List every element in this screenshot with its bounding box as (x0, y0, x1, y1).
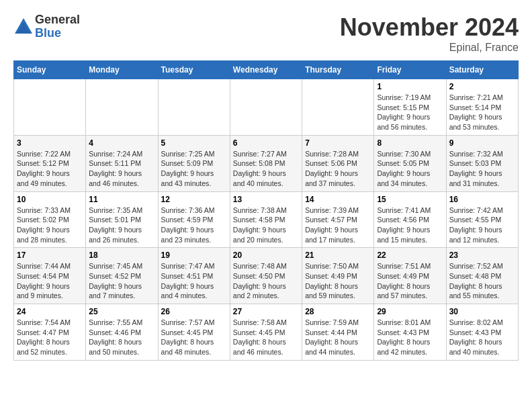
day-info: Sunrise: 7:39 AMSunset: 4:57 PMDaylight:… (305, 205, 371, 245)
day-number: 5 (161, 138, 227, 148)
day-info: Sunrise: 7:44 AMSunset: 4:54 PMDaylight:… (17, 261, 83, 301)
calendar-cell: 14Sunrise: 7:39 AMSunset: 4:57 PMDayligh… (302, 191, 374, 248)
day-info: Sunrise: 7:50 AMSunset: 4:49 PMDaylight:… (305, 261, 371, 301)
calendar-cell (230, 79, 302, 136)
calendar-cell: 15Sunrise: 7:41 AMSunset: 4:56 PMDayligh… (374, 191, 446, 248)
day-number: 12 (161, 195, 227, 204)
month-title: November 2024 (340, 13, 519, 42)
day-info: Sunrise: 7:59 AMSunset: 4:44 PMDaylight:… (305, 318, 371, 357)
day-info: Sunrise: 7:45 AMSunset: 4:52 PMDaylight:… (89, 261, 154, 301)
day-info: Sunrise: 7:54 AMSunset: 4:47 PMDaylight:… (17, 318, 83, 357)
day-info: Sunrise: 7:36 AMSunset: 4:59 PMDaylight:… (161, 205, 227, 245)
calendar-cell: 30Sunrise: 8:02 AMSunset: 4:43 PMDayligh… (446, 304, 518, 361)
calendar-cell: 18Sunrise: 7:45 AMSunset: 4:52 PMDayligh… (86, 248, 158, 304)
calendar-week-row: 1Sunrise: 7:19 AMSunset: 5:15 PMDaylight… (14, 79, 519, 136)
calendar-cell (14, 79, 86, 136)
day-of-week-header: Saturday (446, 61, 518, 79)
logo-icon (13, 17, 34, 37)
day-of-week-header: Wednesday (230, 61, 302, 79)
calendar-cell: 24Sunrise: 7:54 AMSunset: 4:47 PMDayligh… (14, 304, 86, 361)
logo-blue-text: Blue (35, 27, 80, 40)
calendar-week-row: 17Sunrise: 7:44 AMSunset: 4:54 PMDayligh… (14, 248, 519, 304)
calendar-cell (158, 79, 230, 136)
day-number: 1 (377, 82, 443, 91)
calendar-cell: 2Sunrise: 7:21 AMSunset: 5:14 PMDaylight… (446, 79, 518, 136)
calendar-cell: 5Sunrise: 7:25 AMSunset: 5:09 PMDaylight… (158, 135, 230, 191)
day-of-week-header: Friday (374, 61, 446, 79)
day-info: Sunrise: 7:41 AMSunset: 4:56 PMDaylight:… (377, 205, 443, 245)
day-info: Sunrise: 7:42 AMSunset: 4:55 PMDaylight:… (449, 205, 515, 245)
calendar-cell: 10Sunrise: 7:33 AMSunset: 5:02 PMDayligh… (14, 191, 86, 248)
day-number: 25 (89, 307, 154, 316)
day-info: Sunrise: 7:24 AMSunset: 5:11 PMDaylight:… (89, 149, 154, 189)
day-info: Sunrise: 7:35 AMSunset: 5:01 PMDaylight:… (89, 205, 154, 245)
day-info: Sunrise: 7:48 AMSunset: 4:50 PMDaylight:… (233, 261, 299, 301)
page-header: General Blue November 2024 Epinal, Franc… (13, 13, 519, 54)
calendar-cell: 26Sunrise: 7:57 AMSunset: 4:45 PMDayligh… (158, 304, 230, 361)
day-info: Sunrise: 7:19 AMSunset: 5:15 PMDaylight:… (377, 93, 443, 132)
day-info: Sunrise: 7:58 AMSunset: 4:45 PMDaylight:… (233, 318, 299, 357)
day-number: 16 (449, 195, 515, 204)
day-number: 17 (17, 250, 83, 260)
calendar-cell: 27Sunrise: 7:58 AMSunset: 4:45 PMDayligh… (230, 304, 302, 361)
title-block: November 2024 Epinal, France (340, 13, 519, 54)
day-number: 23 (449, 250, 515, 260)
calendar-cell: 25Sunrise: 7:55 AMSunset: 4:46 PMDayligh… (86, 304, 158, 361)
day-info: Sunrise: 7:32 AMSunset: 5:03 PMDaylight:… (449, 149, 515, 189)
day-info: Sunrise: 7:30 AMSunset: 5:05 PMDaylight:… (377, 149, 443, 189)
day-info: Sunrise: 8:01 AMSunset: 4:43 PMDaylight:… (377, 318, 443, 357)
day-of-week-header: Sunday (14, 61, 86, 79)
calendar-cell: 17Sunrise: 7:44 AMSunset: 4:54 PMDayligh… (14, 248, 86, 304)
day-number: 3 (17, 138, 83, 148)
day-info: Sunrise: 7:47 AMSunset: 4:51 PMDaylight:… (161, 261, 227, 301)
calendar-cell: 28Sunrise: 7:59 AMSunset: 4:44 PMDayligh… (302, 304, 374, 361)
day-info: Sunrise: 7:52 AMSunset: 4:48 PMDaylight:… (449, 261, 515, 301)
calendar-cell: 16Sunrise: 7:42 AMSunset: 4:55 PMDayligh… (446, 191, 518, 248)
day-of-week-header: Tuesday (158, 61, 230, 79)
day-number: 4 (89, 138, 154, 148)
day-number: 21 (305, 250, 371, 260)
calendar-cell: 19Sunrise: 7:47 AMSunset: 4:51 PMDayligh… (158, 248, 230, 304)
day-number: 24 (17, 307, 83, 316)
calendar-cell: 21Sunrise: 7:50 AMSunset: 4:49 PMDayligh… (302, 248, 374, 304)
day-info: Sunrise: 7:25 AMSunset: 5:09 PMDaylight:… (161, 149, 227, 189)
day-number: 14 (305, 195, 371, 204)
calendar-cell: 13Sunrise: 7:38 AMSunset: 4:58 PMDayligh… (230, 191, 302, 248)
day-number: 28 (305, 307, 371, 316)
location-text: Epinal, France (340, 42, 519, 54)
day-number: 8 (377, 138, 443, 148)
day-number: 18 (89, 250, 154, 260)
day-number: 10 (17, 195, 83, 204)
day-number: 11 (89, 195, 154, 204)
calendar-cell: 23Sunrise: 7:52 AMSunset: 4:48 PMDayligh… (446, 248, 518, 304)
calendar-cell: 8Sunrise: 7:30 AMSunset: 5:05 PMDaylight… (374, 135, 446, 191)
day-number: 13 (233, 195, 299, 204)
day-number: 26 (161, 307, 227, 316)
calendar-cell: 11Sunrise: 7:35 AMSunset: 5:01 PMDayligh… (86, 191, 158, 248)
day-info: Sunrise: 7:21 AMSunset: 5:14 PMDaylight:… (449, 93, 515, 132)
day-number: 22 (377, 250, 443, 260)
calendar-cell: 3Sunrise: 7:22 AMSunset: 5:12 PMDaylight… (14, 135, 86, 191)
day-info: Sunrise: 7:27 AMSunset: 5:08 PMDaylight:… (233, 149, 299, 189)
day-of-week-header: Monday (86, 61, 158, 79)
calendar-cell: 22Sunrise: 7:51 AMSunset: 4:49 PMDayligh… (374, 248, 446, 304)
day-number: 7 (305, 138, 371, 148)
day-number: 30 (449, 307, 515, 316)
day-number: 27 (233, 307, 299, 316)
day-info: Sunrise: 8:02 AMSunset: 4:43 PMDaylight:… (449, 318, 515, 357)
day-info: Sunrise: 7:22 AMSunset: 5:12 PMDaylight:… (17, 149, 83, 189)
day-number: 6 (233, 138, 299, 148)
calendar-cell (86, 79, 158, 136)
day-of-week-header: Thursday (302, 61, 374, 79)
calendar-cell: 7Sunrise: 7:28 AMSunset: 5:06 PMDaylight… (302, 135, 374, 191)
day-number: 29 (377, 307, 443, 316)
calendar-cell: 1Sunrise: 7:19 AMSunset: 5:15 PMDaylight… (374, 79, 446, 136)
day-info: Sunrise: 7:55 AMSunset: 4:46 PMDaylight:… (89, 318, 154, 357)
calendar-header-row: SundayMondayTuesdayWednesdayThursdayFrid… (14, 61, 519, 79)
calendar-cell: 4Sunrise: 7:24 AMSunset: 5:11 PMDaylight… (86, 135, 158, 191)
logo-general-text: General (35, 13, 80, 27)
calendar-cell: 20Sunrise: 7:48 AMSunset: 4:50 PMDayligh… (230, 248, 302, 304)
calendar-cell: 9Sunrise: 7:32 AMSunset: 5:03 PMDaylight… (446, 135, 518, 191)
logo: General Blue (13, 13, 80, 40)
calendar-week-row: 10Sunrise: 7:33 AMSunset: 5:02 PMDayligh… (14, 191, 519, 248)
